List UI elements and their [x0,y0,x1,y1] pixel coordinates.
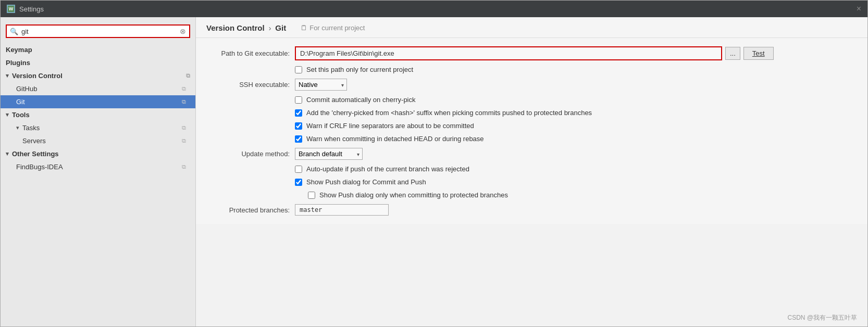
ssh-row: SSH executable: Native Built-in ▾ [206,79,857,91]
test-button[interactable]: Test [743,47,774,60]
update-select-wrapper: Branch default Merge Rebase ▾ [295,148,363,160]
chevron-down-icon: ▾ [6,111,9,118]
breadcrumb-project: 🗒 For current project [301,24,365,32]
auto-update-checkbox[interactable] [295,166,302,173]
sidebar-item-version-control[interactable]: ▾ Version Control ⧉ [1,69,195,82]
sidebar-item-label: Other Settings [12,150,59,158]
cherry-pick-row: Commit automatically on cherry-pick [206,96,857,104]
copy-icon: ⧉ [182,137,186,144]
close-button[interactable]: × [857,4,861,14]
browse-button[interactable]: ... [725,47,740,60]
protected-row: Protected branches: [206,204,857,216]
ssh-select[interactable]: Native Built-in [295,79,347,91]
current-project-row: Set this path only for current project [206,66,857,73]
detached-label[interactable]: Warn when committing in detached HEAD or… [306,135,484,143]
chevron-down-icon: ▾ [6,72,9,79]
sidebar-item-label: GitHub [16,85,37,93]
copy-icon: ⧉ [182,85,186,92]
sidebar-item-tasks[interactable]: ▾ Tasks ⧉ [1,121,195,134]
auto-update-label[interactable]: Auto-update if push of the current branc… [306,165,469,173]
ssh-select-wrapper: Native Built-in ▾ [295,79,347,91]
cherry-hash-row: Add the 'cherry-picked from <hash>' suff… [206,109,857,117]
cherry-hash-label[interactable]: Add the 'cherry-picked from <hash>' suff… [306,109,592,117]
cherry-pick-label[interactable]: Commit automatically on cherry-pick [306,96,416,104]
titlebar-left: W Settings [7,5,44,13]
sidebar-item-github[interactable]: GitHub ⧉ [1,82,195,95]
search-clear-icon[interactable]: ⊗ [180,27,186,35]
path-input[interactable] [295,46,722,60]
sidebar-item-label: Servers [22,137,46,145]
show-push-row: Show Push dialog for Commit and Push [206,178,857,186]
show-push-protected-label[interactable]: Show Push dialog only when committing to… [319,191,508,199]
search-wrapper: 🔍 ⊗ [6,24,190,38]
copy-icon: ⧉ [182,98,186,105]
show-push-protected-row: Show Push dialog only when committing to… [206,191,857,199]
copy-icon: ⧉ [186,72,190,79]
breadcrumb-separator: › [269,24,271,32]
sidebar-item-label: Plugins [6,59,30,67]
app-icon: W [7,5,15,13]
crlf-checkbox[interactable] [295,122,302,130]
crlf-label[interactable]: Warn if CRLF line separators are about t… [306,122,474,130]
copy-icon: ⧉ [182,164,186,170]
protected-input[interactable] [295,204,389,216]
sidebar-item-servers[interactable]: Servers ⧉ [1,134,195,147]
cherry-pick-checkbox[interactable] [295,96,302,104]
update-label: Update method: [206,150,290,158]
crlf-row: Warn if CRLF line separators are about t… [206,122,857,130]
search-input[interactable] [21,28,177,35]
update-row: Update method: Branch default Merge Reba… [206,148,857,160]
sidebar-item-other-settings[interactable]: ▾ Other Settings [1,147,195,160]
sidebar-item-label: Git [16,98,25,106]
breadcrumb-current: Git [275,23,286,32]
breadcrumb: Version Control › Git 🗒 For current proj… [196,17,867,38]
cherry-hash-checkbox[interactable] [295,109,302,117]
search-container: 🔍 ⊗ [1,21,195,43]
titlebar: W Settings × [1,1,867,17]
sidebar-item-label: Keymap [6,46,32,54]
auto-update-row: Auto-update if push of the current branc… [206,165,857,173]
ssh-label: SSH executable: [206,81,290,89]
sidebar-item-tools[interactable]: ▾ Tools [1,108,195,121]
window-title: Settings [19,5,44,13]
main-body: Path to Git executable: ... Test Set thi… [196,38,867,224]
detached-row: Warn when committing in detached HEAD or… [206,135,857,143]
sidebar-item-label: FindBugs-IDEA [16,163,63,171]
project-icon: 🗒 [301,24,307,32]
show-push-label[interactable]: Show Push dialog for Commit and Push [306,178,426,186]
main-panel: Version Control › Git 🗒 For current proj… [196,17,867,224]
detached-checkbox[interactable] [295,135,302,143]
current-project-label[interactable]: Set this path only for current project [306,66,413,73]
update-select[interactable]: Branch default Merge Rebase [295,148,363,160]
settings-window: W Settings × 🔍 ⊗ Keymap Plugins [0,0,868,327]
path-label: Path to Git executable: [206,49,290,57]
sidebar-item-label: Tasks [22,124,40,132]
path-input-group: ... Test [295,46,857,60]
show-push-checkbox[interactable] [295,179,302,186]
content-area: 🔍 ⊗ Keymap Plugins ▾ Version Control ⧉ [1,17,867,326]
sidebar: 🔍 ⊗ Keymap Plugins ▾ Version Control ⧉ [1,17,196,326]
current-project-checkbox[interactable] [295,66,302,73]
sidebar-item-findbugs[interactable]: FindBugs-IDEA ⧉ [1,160,195,173]
chevron-down-icon: ▾ [16,124,19,131]
sidebar-item-label: Version Control [12,72,63,80]
main-wrapper: Version Control › Git 🗒 For current proj… [196,17,867,326]
sidebar-item-label: Tools [12,111,30,119]
watermark: CSDN @我有一颗五叶草 [787,313,857,322]
project-label: For current project [309,24,365,32]
sidebar-item-git[interactable]: Git ⧉ [1,95,195,108]
copy-icon: ⧉ [182,124,186,131]
breadcrumb-section: Version Control [206,23,265,32]
sidebar-item-plugins[interactable]: Plugins [1,56,195,69]
protected-label: Protected branches: [206,206,290,214]
search-icon: 🔍 [10,28,18,35]
sidebar-item-keymap[interactable]: Keymap [1,43,195,56]
show-push-protected-checkbox[interactable] [308,192,315,199]
path-row: Path to Git executable: ... Test [206,46,857,60]
chevron-down-icon: ▾ [6,150,9,157]
